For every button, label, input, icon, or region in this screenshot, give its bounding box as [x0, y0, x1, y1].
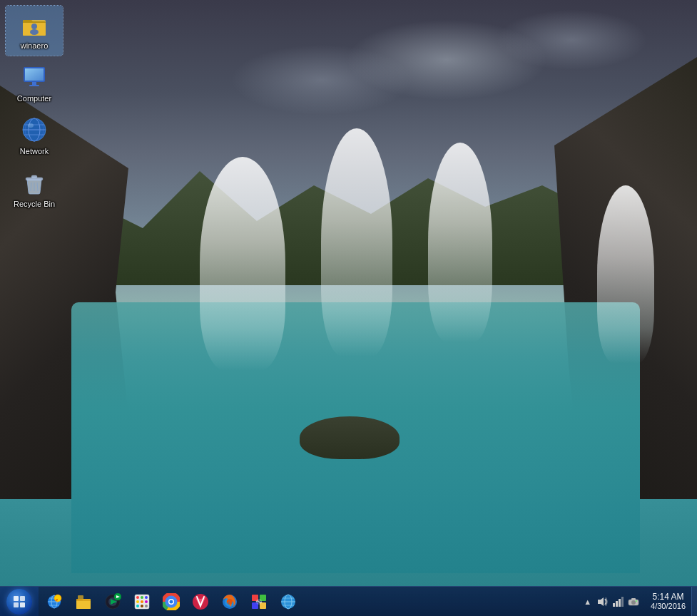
start-button[interactable]: [0, 587, 39, 617]
app8-icon: [250, 593, 268, 610]
recycle-bin-label: Recycle Bin: [14, 200, 55, 209]
desktop-icons: winaero: [0, 0, 68, 220]
waterfall-2: [321, 128, 392, 356]
taskbar: e: [0, 586, 697, 616]
winaero-label: winaero: [21, 41, 49, 51]
taskbar-firefox-button[interactable]: [215, 589, 244, 615]
svg-point-45: [145, 596, 148, 599]
svg-rect-25: [14, 602, 19, 607]
svg-rect-26: [20, 602, 25, 607]
svg-rect-36: [78, 595, 83, 600]
svg-point-76: [631, 600, 636, 605]
svg-point-51: [145, 605, 148, 607]
network-icon: [20, 115, 49, 144]
svg-rect-72: [616, 601, 618, 607]
desktop-icon-winaero[interactable]: winaero: [6, 6, 63, 56]
taskbar-media-button[interactable]: [98, 589, 127, 615]
svg-point-49: [136, 605, 139, 607]
landscape: [0, 0, 697, 616]
taskbar-vivaldi-button[interactable]: [186, 589, 215, 615]
svg-rect-18: [31, 175, 37, 178]
taskbar-explorer-button[interactable]: [69, 589, 98, 615]
desktop-icon-network[interactable]: Network: [6, 111, 63, 161]
taskbar-chrome-button[interactable]: [157, 589, 185, 615]
network-label: Network: [20, 147, 49, 156]
clock-date: 4/30/2016: [651, 602, 686, 611]
svg-marker-70: [598, 597, 604, 606]
svg-rect-8: [32, 82, 36, 85]
tray-expand-button[interactable]: ▲: [581, 596, 594, 607]
recycle-bin-icon: [20, 168, 49, 197]
ie-icon: e: [46, 593, 63, 610]
explorer-icon: [75, 593, 92, 610]
desktop-icon-recycle-bin[interactable]: Recycle Bin: [6, 164, 63, 214]
computer-icon: [20, 63, 49, 91]
desktop-icon-computer[interactable]: Computer: [6, 58, 63, 108]
svg-rect-35: [76, 600, 91, 609]
svg-point-43: [136, 596, 139, 599]
taskbar-paint-button[interactable]: [128, 589, 156, 615]
tray-projector-icon[interactable]: [626, 595, 641, 609]
svg-rect-24: [20, 596, 25, 601]
svg-rect-71: [613, 603, 615, 607]
svg-rect-23: [14, 596, 19, 601]
tray-network-icon[interactable]: [611, 595, 625, 609]
taskbar-app8-button[interactable]: [245, 589, 273, 615]
svg-rect-7: [25, 68, 44, 81]
clock[interactable]: 5:14 AM 4/30/2016: [645, 587, 691, 616]
media-player-icon: [104, 593, 121, 610]
svg-point-59: [227, 599, 233, 605]
svg-point-16: [28, 123, 34, 128]
svg-point-55: [170, 600, 173, 603]
svg-rect-74: [621, 597, 624, 607]
svg-point-50: [141, 605, 143, 607]
waterfall-3: [428, 143, 492, 342]
island-rock: [300, 416, 400, 459]
taskbar-pinned-items: e: [39, 587, 577, 616]
svg-point-44: [141, 596, 143, 599]
svg-rect-9: [29, 85, 39, 86]
system-tray: ▲: [577, 587, 645, 616]
show-desktop-button[interactable]: [691, 587, 697, 617]
desktop: winaero: [0, 0, 697, 616]
paint-icon: [133, 593, 151, 610]
tray-volume-icon[interactable]: [595, 595, 609, 609]
winaero-icon: [20, 10, 49, 38]
svg-point-47: [141, 600, 143, 603]
svg-point-78: [636, 600, 637, 602]
chrome-icon: [163, 593, 180, 610]
svg-point-3: [31, 24, 37, 29]
taskbar-ie-button[interactable]: e: [40, 589, 68, 615]
globe-icon: [280, 593, 297, 610]
svg-point-46: [136, 600, 139, 603]
start-orb: [6, 589, 32, 615]
computer-label: Computer: [17, 94, 51, 103]
svg-rect-73: [619, 599, 621, 607]
clock-time: 5:14 AM: [653, 592, 684, 602]
waterfall-4: [597, 185, 654, 364]
svg-rect-77: [631, 598, 636, 600]
vivaldi-icon: [192, 593, 209, 610]
taskbar-globe-button[interactable]: [274, 589, 302, 615]
svg-text:e: e: [56, 597, 58, 602]
waterfall-1: [200, 157, 285, 371]
svg-point-4: [30, 29, 39, 35]
firefox-icon: [221, 593, 238, 610]
svg-point-48: [145, 600, 148, 603]
